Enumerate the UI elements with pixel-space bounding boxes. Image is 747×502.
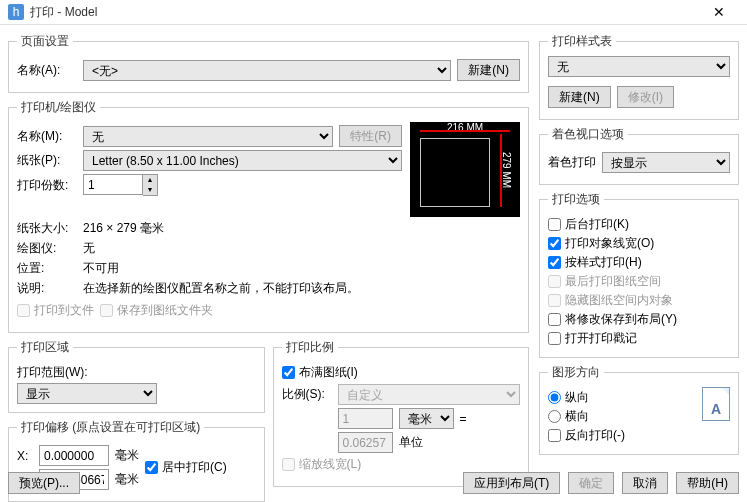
- fit-check[interactable]: 布满图纸(I): [282, 364, 521, 381]
- paper-preview: 216 MM 279 MM: [410, 122, 520, 217]
- paper-label: 纸张(P):: [17, 152, 77, 169]
- ratio-label: 比例(S):: [282, 386, 332, 403]
- bg-check[interactable]: 后台打印(K): [548, 216, 730, 233]
- hide-check[interactable]: 隐藏图纸空间内对象: [548, 292, 730, 309]
- desc-value: 在选择新的绘图仪配置名称之前，不能打印该布局。: [83, 280, 359, 297]
- titlebar: h 打印 - Model ✕: [0, 0, 747, 25]
- printer-name-select[interactable]: 无: [83, 126, 333, 147]
- spin-up-icon[interactable]: ▲: [143, 175, 157, 185]
- orient-legend: 图形方向: [548, 364, 604, 381]
- page-name-label: 名称(A):: [17, 62, 77, 79]
- copies-label: 打印份数:: [17, 177, 77, 194]
- options-legend: 打印选项: [548, 191, 604, 208]
- help-button[interactable]: 帮助(H): [676, 472, 739, 494]
- shade-select[interactable]: 按显示: [602, 152, 730, 173]
- x-unit: 毫米: [115, 447, 139, 464]
- printer-legend: 打印机/绘图仪: [17, 99, 100, 116]
- page-setup-group: 页面设置 名称(A): <无> 新建(N): [8, 33, 529, 93]
- close-button[interactable]: ✕: [699, 4, 739, 20]
- lw-check[interactable]: 打印对象线宽(O): [548, 235, 730, 252]
- app-icon: h: [8, 4, 24, 20]
- scale-num1[interactable]: [338, 408, 393, 429]
- copies-input[interactable]: [83, 174, 143, 195]
- size-label: 纸张大小:: [17, 220, 77, 237]
- plotter-label: 绘图仪:: [17, 240, 77, 257]
- stamp-check[interactable]: 打开打印戳记: [548, 330, 730, 347]
- scale-group: 打印比例 布满图纸(I) 比例(S):自定义 毫米= 单位 缩放线宽(L): [273, 339, 530, 487]
- options-group: 打印选项 后台打印(K) 打印对象线宽(O) 按样式打印(H) 最后打印图纸空间…: [539, 191, 739, 358]
- offset-legend: 打印偏移 (原点设置在可打印区域): [17, 419, 204, 436]
- scale-num2[interactable]: [338, 432, 393, 453]
- size-value: 216 × 279 毫米: [83, 220, 164, 237]
- last-check[interactable]: 最后打印图纸空间: [548, 273, 730, 290]
- spin-down-icon[interactable]: ▼: [143, 185, 157, 195]
- style-edit-button[interactable]: 修改(I): [617, 86, 674, 108]
- orient-group: 图形方向 纵向 横向 反向打印(-) A: [539, 364, 739, 455]
- copies-spinner[interactable]: ▲▼: [83, 174, 158, 196]
- scale-unit-select[interactable]: 毫米: [399, 408, 454, 429]
- bystyle-check[interactable]: 按样式打印(H): [548, 254, 730, 271]
- printer-name-label: 名称(M):: [17, 128, 77, 145]
- printer-props-button[interactable]: 特性(R): [339, 125, 402, 147]
- location-label: 位置:: [17, 260, 77, 277]
- window-title: 打印 - Model: [30, 4, 699, 21]
- desc-label: 说明:: [17, 280, 77, 297]
- location-value: 不可用: [83, 260, 119, 277]
- preview-hline: [420, 130, 510, 132]
- style-group: 打印样式表 无 新建(N)修改(I): [539, 33, 739, 120]
- scale-unit2: 单位: [399, 434, 423, 451]
- range-select[interactable]: 显示: [17, 383, 157, 404]
- style-new-button[interactable]: 新建(N): [548, 86, 611, 108]
- x-label: X:: [17, 449, 33, 463]
- print-area-group: 打印区域 打印范围(W): 显示: [8, 339, 265, 413]
- reverse-check[interactable]: 反向打印(-): [548, 427, 702, 444]
- preview-height-label: 279 MM: [501, 152, 512, 188]
- page-setup-legend: 页面设置: [17, 33, 73, 50]
- ok-button[interactable]: 确定: [568, 472, 614, 494]
- cancel-button[interactable]: 取消: [622, 472, 668, 494]
- x-input[interactable]: [39, 445, 109, 466]
- viewport-legend: 着色视口选项: [548, 126, 628, 143]
- ratio-select[interactable]: 自定义: [338, 384, 521, 405]
- save-check[interactable]: 将修改保存到布局(Y): [548, 311, 730, 328]
- viewport-group: 着色视口选项 着色打印按显示: [539, 126, 739, 185]
- portrait-radio[interactable]: 纵向: [548, 389, 702, 406]
- shade-label: 着色打印: [548, 154, 596, 171]
- style-legend: 打印样式表: [548, 33, 616, 50]
- page-new-button[interactable]: 新建(N): [457, 59, 520, 81]
- range-label: 打印范围(W):: [17, 364, 256, 381]
- paper-select[interactable]: Letter (8.50 x 11.00 Inches): [83, 150, 402, 171]
- scale-legend: 打印比例: [282, 339, 338, 356]
- print-area-legend: 打印区域: [17, 339, 73, 356]
- printer-group: 打印机/绘图仪 名称(M): 无 特性(R) 纸张(P): Letter (8.…: [8, 99, 529, 333]
- page-name-select[interactable]: <无>: [83, 60, 451, 81]
- plotter-value: 无: [83, 240, 95, 257]
- scale-lw-check[interactable]: 缩放线宽(L): [282, 456, 521, 473]
- preview-button[interactable]: 预览(P)...: [8, 472, 80, 494]
- apply-button[interactable]: 应用到布局(T): [463, 472, 560, 494]
- style-select[interactable]: 无: [548, 56, 730, 77]
- landscape-radio[interactable]: 横向: [548, 408, 702, 425]
- preview-rect: [420, 138, 490, 207]
- save-folder-check[interactable]: 保存到图纸文件夹: [100, 302, 213, 319]
- orient-icon: A: [702, 387, 730, 421]
- scale-eq: =: [460, 412, 467, 426]
- print-to-file-check[interactable]: 打印到文件: [17, 302, 94, 319]
